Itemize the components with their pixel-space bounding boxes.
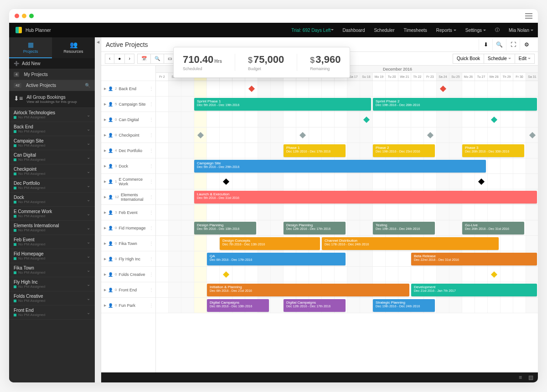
chevron-down-icon[interactable]: ⌄ bbox=[87, 155, 90, 160]
sidebar-tab-projects[interactable]: ▦Projects bbox=[9, 37, 52, 58]
drag-icon[interactable]: ⋮ bbox=[149, 210, 154, 215]
nav-settings[interactable]: Settings bbox=[461, 23, 490, 37]
gantt-bar[interactable]: DevelopmentDec 21st 2016 - Jan 7th 2017 bbox=[411, 284, 537, 296]
row-label[interactable]: ▶👤12Elements International⋮ bbox=[101, 189, 155, 205]
zoom-button[interactable]: 🔍 bbox=[150, 54, 164, 64]
sidebar-project[interactable]: Fid HomepageNo PM Assigned⌄ bbox=[9, 249, 95, 263]
minimize-dot[interactable] bbox=[22, 14, 26, 18]
chevron-down-icon[interactable]: ⌄ bbox=[87, 211, 90, 216]
sidebar-project[interactable]: Campaign SiteNo PM Assigned⌄ bbox=[9, 136, 95, 150]
row-label[interactable]: ▶👤3Dock⋮ bbox=[101, 158, 155, 174]
app-logo[interactable]: Hub Planner bbox=[9, 27, 57, 33]
row-label[interactable]: ▶👤2Back End⋮ bbox=[101, 81, 155, 97]
doc-view-icon[interactable]: ▤ bbox=[528, 374, 533, 381]
gantt-bar[interactable]: Digital CampaignsDec 12th 2016 - Dec 17t… bbox=[284, 299, 346, 312]
drag-icon[interactable]: ⋮ bbox=[149, 132, 154, 137]
gantt-bar[interactable]: Phase 1Dec 12th 2016 - Dec 17th 2016 bbox=[284, 144, 346, 157]
gantt-bar[interactable]: Design ConceptsDec 7th 2016 - Dec 13th 2… bbox=[220, 237, 320, 250]
chevron-down-icon[interactable]: ⌄ bbox=[87, 197, 90, 202]
sidebar-my-projects[interactable]: 4My Projects bbox=[9, 69, 95, 80]
chevron-down-icon[interactable]: ⌄ bbox=[87, 268, 90, 273]
sidebar-add-new[interactable]: ➕Add New bbox=[9, 58, 95, 69]
gantt-bar[interactable]: Digital CampaignsDec 6th 2016 - Dec 10th… bbox=[207, 299, 269, 312]
zoom-dot[interactable] bbox=[29, 14, 34, 18]
chevron-down-icon[interactable]: ⌄ bbox=[87, 141, 90, 146]
edit-dropdown[interactable]: Edit bbox=[515, 54, 535, 64]
row-label[interactable]: ▶👤5Campaign Site⋮ bbox=[101, 97, 155, 112]
today-button[interactable]: ● bbox=[114, 54, 125, 64]
sidebar-project[interactable]: Can DigitalNo PM Assigned⌄ bbox=[9, 150, 95, 164]
sidebar-project[interactable]: DockNo PM Assigned⌄ bbox=[9, 193, 95, 207]
gantt-bar[interactable]: Campaign SiteDec 5th 2016 - Dec 29th 201… bbox=[194, 160, 486, 173]
gantt-bar[interactable]: Go-LiveDec 26th 2016 - Dec 31st 2016 bbox=[462, 222, 524, 234]
row-label[interactable]: ▶👤1E Commerce Work⋮ bbox=[101, 174, 155, 189]
drag-icon[interactable]: ⋮ bbox=[149, 194, 154, 199]
sidebar-project[interactable]: Airlock TechnologiesNo PM Assigned⌄ bbox=[9, 108, 95, 122]
row-label[interactable]: ▶👤0Fly High Inc⋮ bbox=[101, 251, 155, 267]
nav-scheduler[interactable]: Scheduler bbox=[369, 23, 399, 37]
drag-icon[interactable]: ⋮ bbox=[149, 287, 154, 292]
schedule-dropdown[interactable]: Schedule bbox=[484, 54, 515, 64]
chevron-down-icon[interactable]: ⌄ bbox=[87, 169, 90, 174]
sidebar-project[interactable]: Front EndNo PM Assigned⌄ bbox=[9, 305, 95, 320]
drag-icon[interactable]: ⋮ bbox=[149, 86, 154, 91]
quick-book-button[interactable]: Quick Book bbox=[453, 54, 484, 64]
next-button[interactable]: › bbox=[124, 54, 134, 64]
drag-icon[interactable]: ⋮ bbox=[149, 241, 154, 246]
sidebar-project[interactable]: Back EndNo PM Assigned⌄ bbox=[9, 122, 95, 136]
sidebar-group-bookings[interactable]: ⬇≡ All Group BookingsView all bookings f… bbox=[9, 91, 95, 108]
search-icon[interactable]: 🔍 bbox=[492, 39, 506, 51]
sidebar-project[interactable]: CheckpointNo PM Assigned⌄ bbox=[9, 164, 95, 178]
chevron-down-icon[interactable]: ⌄ bbox=[87, 225, 90, 230]
drag-icon[interactable]: ⋮ bbox=[149, 163, 154, 168]
drag-icon[interactable]: ⋮ bbox=[149, 303, 154, 308]
prev-button[interactable]: ‹ bbox=[105, 54, 114, 64]
sidebar-project[interactable]: Dec PortfolioNo PM Assigned⌄ bbox=[9, 178, 95, 193]
close-dot[interactable] bbox=[15, 14, 19, 18]
gantt-bar[interactable]: Phase 2Dec 19th 2016 - Dec 23rd 2016 bbox=[373, 144, 435, 157]
row-label[interactable]: ▶👤4Dec Portfolio⋮ bbox=[101, 143, 155, 158]
chevron-down-icon[interactable]: ⌄ bbox=[87, 310, 90, 315]
download-icon[interactable]: ⬇ bbox=[479, 39, 492, 51]
gantt-bar[interactable]: Channel DistributionDec 17th 2016 - Dec … bbox=[322, 237, 499, 250]
sidebar-project[interactable]: Feb EventNo PM Assigned⌄ bbox=[9, 235, 95, 249]
gantt-bar[interactable]: Initiation & PlanningDec 6th 2016 - Dec … bbox=[207, 284, 409, 296]
sidebar-active-projects[interactable]: 42Active Projects🔍 bbox=[9, 80, 95, 91]
drag-icon[interactable]: ⋮ bbox=[149, 117, 154, 122]
expand-icon[interactable]: ⛶ bbox=[506, 39, 520, 51]
gantt-bar[interactable]: Sprint Phase 2Dec 19th 2016 - Dec 28th 2… bbox=[373, 98, 537, 111]
drag-icon[interactable]: ⋮ bbox=[149, 148, 154, 153]
gantt-bar[interactable]: Sprint Phase 1Dec 5th 2016 - Dec 19th 20… bbox=[194, 98, 371, 111]
chevron-down-icon[interactable]: ⌄ bbox=[87, 239, 90, 244]
sidebar-project[interactable]: Fika TownNo PM Assigned⌄ bbox=[9, 263, 95, 277]
trial-badge[interactable]: Trial: 692 Days Left bbox=[287, 28, 338, 33]
row-label[interactable]: ▶👤0Fid Homepage⋮ bbox=[101, 220, 155, 236]
chevron-down-icon[interactable]: ⌄ bbox=[87, 254, 90, 259]
list-view-icon[interactable]: ≡ bbox=[519, 374, 522, 381]
search-icon[interactable]: 🔍 bbox=[85, 83, 90, 88]
gantt-bar[interactable]: Design PlanningDec 5th 2016 - Dec 10th 2… bbox=[194, 222, 256, 234]
sidebar-tab-resources[interactable]: 👥Resources bbox=[52, 37, 95, 58]
row-label[interactable]: ▶👤0Fika Town⋮ bbox=[101, 236, 155, 251]
sidebar-project[interactable]: Elements InternationalNo PM Assigned⌄ bbox=[9, 221, 95, 235]
drag-icon[interactable]: ⋮ bbox=[149, 102, 154, 107]
drag-icon[interactable]: ⋮ bbox=[149, 272, 154, 277]
chevron-down-icon[interactable]: ⌄ bbox=[87, 183, 90, 188]
gantt-bar[interactable]: TestingDec 19th 2016 - Dec 24th 2016 bbox=[373, 222, 435, 234]
calendar-button[interactable]: 📅 bbox=[137, 54, 151, 64]
row-label[interactable]: ▶👤0Can Digital⋮ bbox=[101, 112, 155, 127]
sidebar-collapse[interactable]: ◀ bbox=[95, 37, 101, 382]
gantt-bar[interactable]: QADec 6th 2016 - Dec 17th 2016 bbox=[207, 253, 346, 265]
row-label[interactable]: ▶👤0Folds Creative⋮ bbox=[101, 267, 155, 282]
timeline[interactable]: December 2016 Fr 2Sa 3Su 4Mo 5Tu 6We 7Th… bbox=[156, 66, 538, 372]
gantt-bar[interactable]: Launch & ExecutionDec 5th 2016 - Dec 31s… bbox=[194, 191, 537, 204]
nav-reports[interactable]: Reports bbox=[432, 23, 461, 37]
chevron-down-icon[interactable]: ⌄ bbox=[87, 127, 90, 132]
drag-icon[interactable]: ⋮ bbox=[149, 256, 154, 261]
chevron-down-icon[interactable]: ⌄ bbox=[87, 296, 90, 301]
drag-icon[interactable]: ⋮ bbox=[149, 179, 154, 184]
chevron-down-icon[interactable]: ⌄ bbox=[87, 112, 90, 117]
row-label[interactable]: ▶👤3Feb Event⋮ bbox=[101, 205, 155, 220]
sidebar-project[interactable]: Fly High IncNo PM Assigned⌄ bbox=[9, 277, 95, 291]
sidebar-project[interactable]: Folds CreativeNo PM Assigned⌄ bbox=[9, 291, 95, 305]
